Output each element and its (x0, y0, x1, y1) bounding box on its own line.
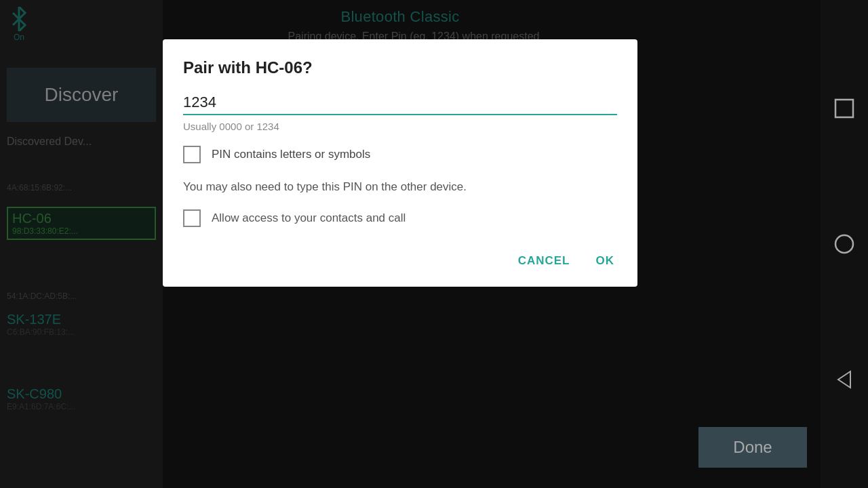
ok-button[interactable]: OK (593, 249, 618, 273)
circle-nav-button[interactable] (827, 227, 861, 261)
pin-input[interactable] (183, 94, 617, 115)
dialog-actions: CANCEL OK (183, 243, 617, 273)
pin-note: You may also need to type this PIN on th… (183, 178, 617, 196)
square-nav-button[interactable] (827, 92, 861, 125)
pin-input-wrapper (183, 94, 617, 115)
pin-checkbox-row: PIN contains letters or symbols (183, 146, 617, 163)
contacts-label: Allow access to your contacts and call (212, 211, 406, 225)
contacts-checkbox[interactable] (183, 209, 201, 227)
contacts-checkbox-row: Allow access to your contacts and call (183, 209, 617, 227)
svg-rect-0 (835, 100, 853, 117)
nav-buttons (821, 0, 868, 488)
pin-hint: Usually 0000 or 1234 (183, 121, 617, 132)
dialog-title: Pair with HC-06? (183, 58, 617, 77)
pair-dialog: Pair with HC-06? Usually 0000 or 1234 PI… (163, 39, 637, 287)
square-icon (833, 97, 856, 120)
svg-marker-2 (838, 371, 850, 388)
back-nav-button[interactable] (827, 363, 861, 396)
back-icon (833, 368, 856, 391)
cancel-button[interactable]: CANCEL (515, 249, 573, 273)
done-label: Done (733, 438, 772, 457)
done-button[interactable]: Done (698, 427, 807, 468)
svg-point-1 (835, 235, 853, 253)
pin-checkbox-label: PIN contains letters or symbols (212, 148, 370, 161)
pin-contains-letters-checkbox[interactable] (183, 146, 201, 163)
circle-icon (833, 232, 856, 256)
